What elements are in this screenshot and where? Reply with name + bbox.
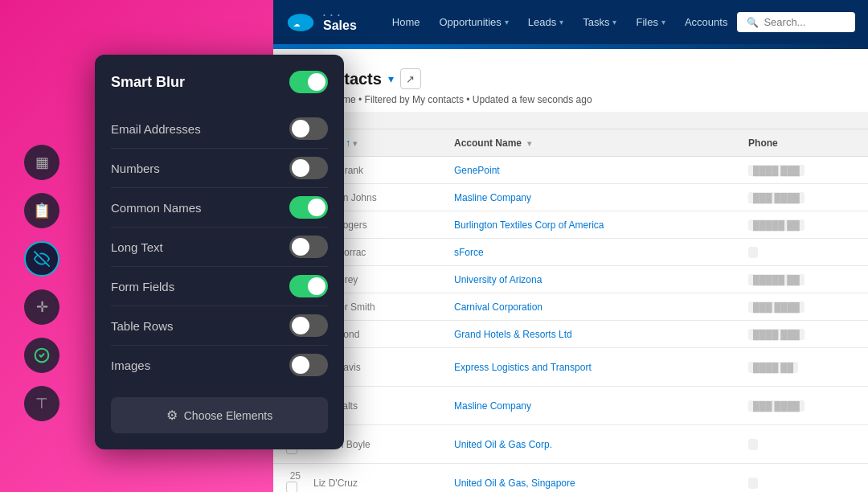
toggle-common-names[interactable] bbox=[289, 196, 328, 219]
account-name[interactable]: sForce bbox=[446, 239, 740, 266]
toggle-slider bbox=[289, 236, 328, 258]
gear-icon: ⚙ bbox=[166, 408, 178, 423]
th-account-name[interactable]: Account Name ▾ bbox=[446, 129, 740, 157]
phone-number bbox=[740, 239, 868, 266]
nav-files[interactable]: Files▾ bbox=[626, 0, 674, 44]
smart-blur-panel: Smart Blur Email Addresses Numbers Commo… bbox=[95, 55, 344, 449]
account-name[interactable]: Express Logistics and Transport bbox=[446, 348, 740, 387]
search-input[interactable] bbox=[764, 16, 845, 28]
account-name[interactable]: Masline Company bbox=[446, 387, 740, 425]
eye-off-icon[interactable] bbox=[24, 241, 59, 277]
salesforce-logo: ☁ bbox=[286, 10, 315, 35]
toggle-row-form-fields: Form Fields bbox=[111, 267, 328, 306]
sort-info: Sorted by Name • Filtered by My contacts… bbox=[286, 94, 855, 112]
phone-number: ███ ████ bbox=[740, 293, 868, 321]
table-row: Jake Llorrac sForce bbox=[273, 239, 868, 266]
view-dropdown-icon[interactable]: ▾ bbox=[388, 72, 394, 85]
view-link-button[interactable]: ↗ bbox=[400, 68, 421, 89]
toggle-label: Numbers bbox=[111, 162, 160, 175]
table-row: John Bond Grand Hotels & Resorts Ltd ███… bbox=[273, 321, 868, 348]
phone-number bbox=[740, 464, 868, 493]
search-bar[interactable]: 🔍 bbox=[737, 12, 855, 32]
toggle-label: Form Fields bbox=[111, 280, 174, 293]
toggle-table-rows[interactable] bbox=[289, 314, 328, 337]
search-icon: 🔍 bbox=[747, 17, 759, 28]
toggle-knob-smart-blur bbox=[308, 73, 326, 91]
toggle-row-images: Images bbox=[111, 346, 328, 384]
contact-name[interactable]: Liz D'Cruz bbox=[305, 464, 446, 493]
contacts-table-container: Name ↑ ▾ Account Name ▾ Phone Edna Frank… bbox=[273, 129, 868, 492]
toggle-row-table-rows: Table Rows bbox=[111, 306, 328, 346]
account-name[interactable]: United Oil & Gas, Singapore bbox=[446, 464, 740, 493]
account-name[interactable]: University of Arizona bbox=[446, 266, 740, 293]
toggle-slider bbox=[289, 275, 328, 297]
top-navigation: Home Opportunities▾ Leads▾ Tasks▾ Files▾… bbox=[383, 0, 738, 44]
app-name: Sales bbox=[323, 18, 357, 33]
phone-number: ███ ████ bbox=[740, 184, 868, 211]
table-row: Gorman Johns Masline Company ███ ████ bbox=[273, 184, 868, 211]
table-row: 25 Liz D'Cruz United Oil & Gas, Singapor… bbox=[273, 464, 868, 493]
toggle-knob bbox=[292, 238, 309, 256]
toggle-knob bbox=[292, 356, 309, 374]
table-row: 24 Lauren Boyle United Oil & Gas Corp. bbox=[273, 425, 868, 464]
toggle-label: Common Names bbox=[111, 201, 202, 215]
phone-number: ████ ███ bbox=[740, 157, 868, 184]
toggle-label: Table Rows bbox=[111, 319, 174, 333]
split-icon[interactable]: ⊤ bbox=[24, 386, 59, 421]
smart-blur-main-toggle[interactable] bbox=[289, 71, 328, 93]
toggle-slider bbox=[289, 157, 328, 179]
th-phone[interactable]: Phone bbox=[740, 129, 868, 157]
phone-number: ███ ████ bbox=[740, 387, 868, 425]
svg-text:☁: ☁ bbox=[293, 20, 300, 27]
nav-home[interactable]: Home bbox=[383, 0, 430, 44]
toggle-numbers[interactable] bbox=[289, 157, 328, 179]
toggle-row-common-names: Common Names bbox=[111, 188, 328, 228]
account-name[interactable]: Grand Hotels & Resorts Ltd bbox=[446, 321, 740, 348]
table-row: 22 Josh Davis Express Logistics and Tran… bbox=[273, 348, 868, 387]
breadcrumb-link[interactable]: Contacts bbox=[286, 55, 855, 65]
toggle-images[interactable] bbox=[289, 354, 328, 376]
table-row: 23 Kurt Walts Masline Company ███ ████ bbox=[273, 387, 868, 425]
toggle-slider bbox=[289, 314, 328, 337]
account-name[interactable]: Burlington Textiles Corp of America bbox=[446, 211, 740, 239]
toggle-knob bbox=[292, 159, 309, 177]
nav-accounts[interactable]: Accounts bbox=[675, 0, 737, 44]
table-row: Edna Frank GenePoint ████ ███ bbox=[273, 157, 868, 184]
toggle-knob bbox=[308, 277, 326, 295]
table-row: Jack Rogers Burlington Textiles Corp of … bbox=[273, 211, 868, 239]
grid-icon[interactable]: ▦ bbox=[24, 145, 59, 180]
toggle-email-addresses[interactable] bbox=[289, 117, 328, 140]
toggle-slider bbox=[289, 117, 328, 140]
toggle-knob bbox=[308, 199, 326, 216]
toggle-row-numbers: Numbers bbox=[111, 149, 328, 188]
phone-number: █████ ██ bbox=[740, 211, 868, 239]
nav-opportunities[interactable]: Opportunities▾ bbox=[430, 0, 518, 44]
account-name[interactable]: GenePoint bbox=[446, 157, 740, 184]
toggle-label: Email Addresses bbox=[111, 122, 201, 136]
row-num-cell: 25 bbox=[273, 464, 305, 493]
toggle-form-fields[interactable] bbox=[289, 275, 328, 297]
toggle-long-text[interactable] bbox=[289, 236, 328, 258]
toggle-slider bbox=[289, 354, 328, 376]
phone-number bbox=[740, 425, 868, 464]
clipboard-icon[interactable]: 📋 bbox=[24, 193, 59, 228]
check-circle-icon[interactable] bbox=[24, 338, 59, 373]
left-sidebar: ▦ 📋 ✛ ⊤ bbox=[24, 145, 59, 421]
toggle-slider-smart-blur bbox=[289, 71, 328, 93]
account-name[interactable]: Masline Company bbox=[446, 184, 740, 211]
nav-leads[interactable]: Leads▾ bbox=[518, 0, 573, 44]
move-icon[interactable]: ✛ bbox=[24, 289, 59, 325]
account-name[interactable]: Carnival Corporation bbox=[446, 293, 740, 321]
toggle-knob bbox=[292, 317, 309, 334]
row-checkbox[interactable] bbox=[286, 484, 301, 492]
nav-tasks[interactable]: Tasks▾ bbox=[573, 0, 626, 44]
choose-elements-button[interactable]: ⚙ Choose Elements bbox=[111, 397, 328, 433]
toggle-row-email-addresses: Email Addresses bbox=[111, 109, 328, 149]
account-name[interactable]: United Oil & Gas Corp. bbox=[446, 425, 740, 464]
toggle-row-long-text: Long Text bbox=[111, 228, 328, 267]
toggle-label: Images bbox=[111, 359, 150, 372]
toggle-slider bbox=[289, 196, 328, 219]
sort-icon: ↑ bbox=[346, 137, 350, 149]
panel-header: Smart Blur bbox=[111, 71, 328, 93]
table-row: Jennifer Smith Carnival Corporation ███ … bbox=[273, 293, 868, 321]
